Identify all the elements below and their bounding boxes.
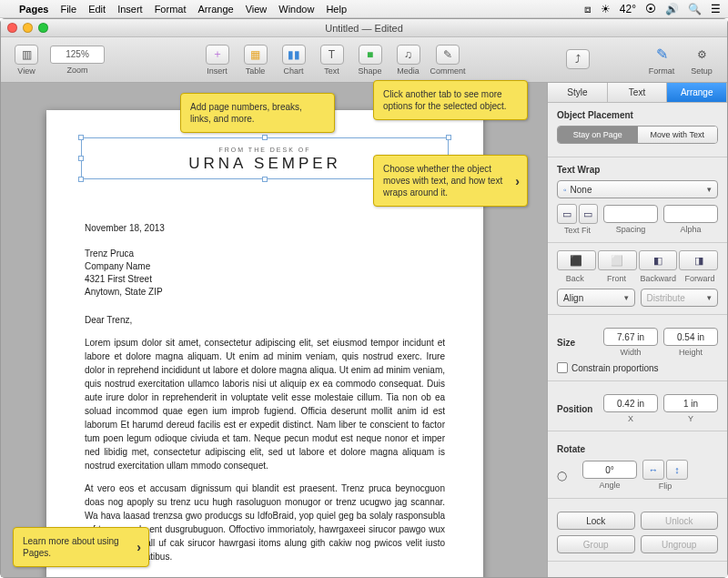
angle-field[interactable]: 0° bbox=[582, 461, 637, 479]
rotate-section: Rotate ◯ 0°Angle ↔↕Flip bbox=[548, 431, 727, 499]
menu-view[interactable]: View bbox=[246, 4, 268, 15]
inspector-tabs: Style Text Arrange bbox=[548, 83, 727, 103]
letter-date: November 18, 2013 bbox=[85, 223, 445, 233]
shape-button[interactable]: ■Shape bbox=[354, 45, 387, 76]
section-title: Position bbox=[557, 404, 598, 414]
move-with-text-option[interactable]: Move with Text bbox=[638, 127, 718, 143]
table-icon: ▦ bbox=[244, 45, 268, 65]
callout-tabs: Click another tab to see more options fo… bbox=[373, 80, 528, 120]
shape-icon: ■ bbox=[359, 45, 382, 65]
comment-icon: ✎ bbox=[436, 45, 460, 65]
menu-arrange[interactable]: Arrange bbox=[197, 4, 233, 15]
zoom-value[interactable]: 125% bbox=[50, 46, 105, 64]
spacing-field[interactable] bbox=[603, 205, 658, 223]
group-button: Group bbox=[557, 535, 635, 553]
menu-window[interactable]: Window bbox=[278, 4, 314, 15]
width-field[interactable]: 7.67 in bbox=[603, 328, 658, 346]
zoom-control[interactable]: 125%Zoom bbox=[50, 46, 105, 75]
distribute-dropdown: Distribute bbox=[641, 289, 719, 307]
tab-text[interactable]: Text bbox=[608, 83, 668, 102]
close-button[interactable] bbox=[7, 23, 17, 33]
menubar-status: ⧈ ☀ 42° ⦿ 🔊 🔍 ☰ bbox=[584, 3, 721, 15]
callout-learn-more[interactable]: Learn more about using Pages.› bbox=[13, 527, 149, 567]
media-button[interactable]: ♫Media bbox=[392, 45, 425, 76]
volume-icon[interactable]: 🔊 bbox=[665, 3, 679, 15]
greeting: Dear Trenz, bbox=[85, 315, 445, 325]
weather-icon[interactable]: ☀ bbox=[601, 3, 611, 15]
comment-button[interactable]: ✎Comment bbox=[430, 45, 466, 76]
callout-wrap: Choose whether the object moves with tex… bbox=[373, 155, 528, 207]
flip-horizontal-button[interactable]: ↔ bbox=[642, 460, 664, 480]
view-button[interactable]: ▥View bbox=[10, 45, 43, 76]
window-status: Edited bbox=[375, 23, 403, 34]
menu-help[interactable]: Help bbox=[326, 4, 347, 15]
format-icon: ✎ bbox=[650, 45, 673, 65]
toolbar: ▥View 125%Zoom ＋Insert ▦Table ▮▮Chart TT… bbox=[1, 37, 727, 83]
menu-edit[interactable]: Edit bbox=[88, 4, 106, 15]
chevron-right-icon: › bbox=[136, 539, 141, 555]
y-field[interactable]: 1 in bbox=[663, 394, 718, 412]
menu-insert[interactable]: Insert bbox=[117, 4, 143, 15]
window-titlebar: Untitled — Edited bbox=[1, 19, 727, 37]
minimize-button[interactable] bbox=[23, 23, 33, 33]
dropbox-icon[interactable]: ⧈ bbox=[584, 3, 592, 15]
arrange-order-section: ⬛ ⬜ ◧ ◨ Back Front Backward Forward Alig… bbox=[548, 243, 727, 315]
section-title: Rotate bbox=[557, 444, 718, 454]
send-to-back-button[interactable]: ⬛ bbox=[557, 250, 596, 270]
unlock-button: Unlock bbox=[641, 512, 719, 530]
placement-segment[interactable]: Stay on Page Move with Text bbox=[557, 126, 718, 144]
setup-icon: ⚙ bbox=[690, 45, 713, 65]
callout-insert: Add page numbers, breaks, links, and mor… bbox=[180, 93, 335, 133]
height-field[interactable]: 0.54 in bbox=[663, 328, 718, 346]
flip-vertical-button[interactable]: ↕ bbox=[666, 460, 688, 480]
menu-format[interactable]: Format bbox=[155, 4, 187, 15]
text-button[interactable]: TText bbox=[316, 45, 349, 76]
window-title: Untitled bbox=[325, 23, 359, 34]
insert-icon: ＋ bbox=[206, 45, 229, 65]
alpha-field[interactable] bbox=[663, 205, 718, 223]
object-placement-section: Object Placement Stay on Page Move with … bbox=[548, 103, 727, 157]
menu-file[interactable]: File bbox=[60, 4, 76, 15]
textfit-button1[interactable]: ▭ bbox=[557, 204, 577, 224]
share-icon: ⤴ bbox=[566, 49, 590, 69]
wifi-icon[interactable]: ⦿ bbox=[645, 3, 656, 15]
section-title: Object Placement bbox=[557, 110, 718, 120]
ungroup-button: Ungroup bbox=[641, 535, 719, 553]
app-name-menu[interactable]: Pages bbox=[19, 4, 48, 15]
search-icon[interactable]: 🔍 bbox=[688, 3, 702, 15]
setup-button[interactable]: ⚙Setup bbox=[685, 45, 718, 76]
text-wrap-section: Text Wrap ◦None ▭▭Text Fit Spacing Alpha bbox=[548, 157, 727, 243]
work-area: FROM THE DESK OF URNA SEMPER November 18… bbox=[1, 83, 727, 577]
chevron-right-icon: › bbox=[515, 172, 520, 188]
zoom-button[interactable] bbox=[38, 23, 48, 33]
table-button[interactable]: ▦Table bbox=[239, 45, 272, 76]
section-title: Size bbox=[557, 338, 598, 348]
bring-to-front-button[interactable]: ⬜ bbox=[598, 250, 637, 270]
text-wrap-dropdown[interactable]: ◦None bbox=[557, 180, 718, 198]
position-section: Position 0.42 inX 1 inY bbox=[548, 381, 727, 431]
app-window: Untitled — Edited ▥View 125%Zoom ＋Insert… bbox=[0, 18, 728, 578]
format-button[interactable]: ✎Format bbox=[645, 45, 678, 76]
text-icon: T bbox=[320, 45, 344, 65]
inspector-panel: Style Text Arrange Object Placement Stay… bbox=[547, 83, 727, 577]
size-section: Size 7.67 inWidth 0.54 inHeight Constrai… bbox=[548, 315, 727, 381]
insert-button[interactable]: ＋Insert bbox=[201, 45, 234, 76]
rotate-dial[interactable]: ◯ bbox=[557, 471, 577, 481]
lock-button[interactable]: Lock bbox=[557, 512, 635, 530]
notifications-icon[interactable]: ☰ bbox=[711, 3, 721, 15]
x-field[interactable]: 0.42 in bbox=[603, 394, 658, 412]
textfit-button2[interactable]: ▭ bbox=[579, 204, 599, 224]
stay-on-page-option[interactable]: Stay on Page bbox=[558, 127, 638, 143]
bring-forward-button[interactable]: ◨ bbox=[679, 250, 718, 270]
align-dropdown[interactable]: Align bbox=[557, 289, 635, 307]
constrain-proportions-checkbox[interactable]: Constrain proportions bbox=[557, 362, 718, 373]
lock-group-section: Lock Unlock Group Ungroup bbox=[548, 499, 727, 562]
chart-button[interactable]: ▮▮Chart bbox=[278, 45, 310, 76]
view-icon: ▥ bbox=[15, 45, 38, 65]
tab-style[interactable]: Style bbox=[548, 83, 608, 102]
share-button[interactable]: ⤴ bbox=[561, 49, 594, 71]
tab-arrange[interactable]: Arrange bbox=[667, 83, 727, 102]
mac-menubar: Pages File Edit Insert Format Arrange Vi… bbox=[0, 0, 728, 18]
send-backward-button[interactable]: ◧ bbox=[639, 250, 678, 270]
section-title: Text Wrap bbox=[557, 165, 718, 175]
